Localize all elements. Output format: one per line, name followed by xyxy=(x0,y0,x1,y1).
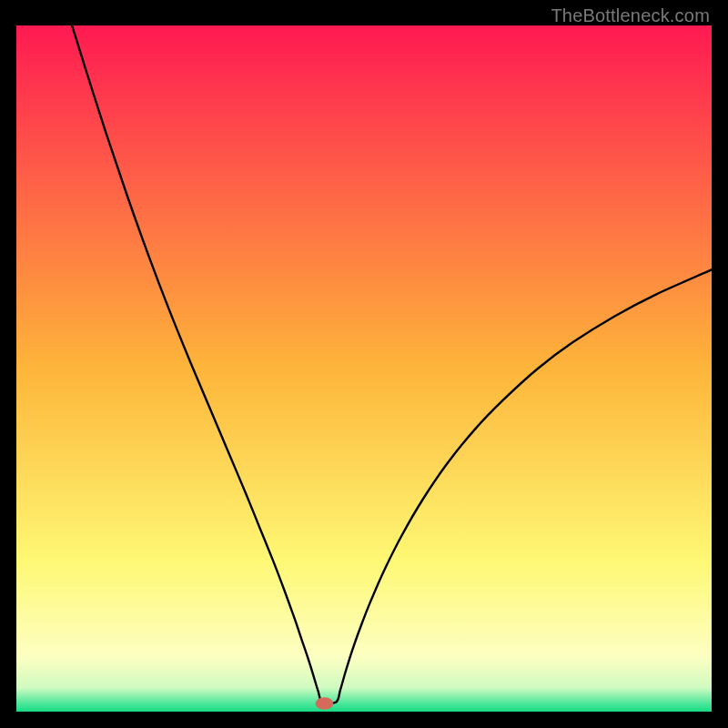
gradient-background xyxy=(16,25,712,712)
bottleneck-chart xyxy=(16,25,712,712)
chart-frame xyxy=(16,25,712,712)
watermark-text: TheBottleneck.com xyxy=(551,5,710,26)
optimal-point-marker xyxy=(316,697,334,710)
